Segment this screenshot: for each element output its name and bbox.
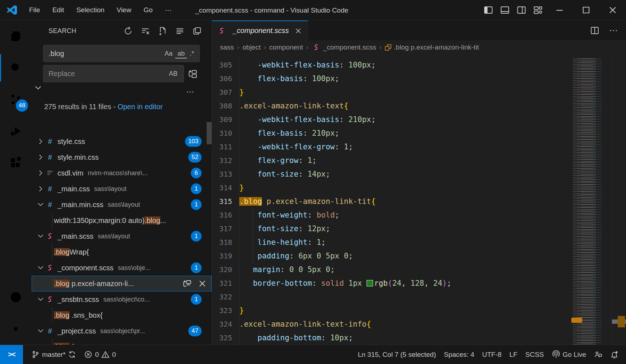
editor-more-actions-icon[interactable] <box>609 26 618 35</box>
preserve-case-icon[interactable]: AB <box>166 69 180 79</box>
expand-all-icon[interactable] <box>175 27 184 36</box>
search-result-file-row[interactable]: _snsbtn.scsssass\object\co...1 <box>32 291 212 307</box>
search-result-file-row[interactable]: csdl.vimnvim-macos\share\...6 <box>32 165 212 181</box>
code-line: 313 font-size: 14px; <box>212 167 612 181</box>
status-eol[interactable]: LF <box>506 351 521 359</box>
account-icon[interactable] <box>0 281 32 313</box>
remote-indicator[interactable]: >< <box>0 345 23 364</box>
warnings-icon <box>101 350 110 359</box>
customize-layout-icon[interactable] <box>530 0 546 20</box>
chevron-down-icon[interactable] <box>36 327 45 335</box>
color-swatch[interactable] <box>367 280 373 286</box>
source-control-icon[interactable]: 48 <box>0 84 32 115</box>
search-result-file-row[interactable]: _main.scsssass\layout1 <box>32 228 212 244</box>
whole-word-icon[interactable]: ab <box>175 49 187 59</box>
line-number: 310 <box>212 129 232 137</box>
explorer-icon[interactable] <box>0 20 32 52</box>
breadcrumb-item[interactable]: component <box>269 43 303 51</box>
tree-indent-guide <box>52 276 52 291</box>
code-area[interactable]: 305 -webkit-flex-basis: 100px;306 flex-b… <box>212 58 612 345</box>
refresh-icon[interactable] <box>124 27 133 36</box>
chevron-down-icon[interactable] <box>36 201 45 209</box>
breadcrumbs: sass›object›component›_component.scss›.b… <box>212 40 626 55</box>
sync-icon[interactable] <box>68 350 76 359</box>
settings-gear-icon[interactable] <box>0 313 32 345</box>
chevron-down-icon[interactable] <box>36 232 45 240</box>
chevron-right-icon[interactable] <box>36 185 45 193</box>
editor-group: _component.scss sass›object›component›_c… <box>212 20 626 345</box>
minimize-button[interactable] <box>546 0 573 20</box>
status-indentation[interactable]: Spaces: 4 <box>440 351 478 359</box>
menu-go[interactable]: Go <box>137 4 158 16</box>
results-more-actions-icon[interactable]: ⋯ <box>183 87 198 97</box>
maximize-button[interactable] <box>573 0 599 20</box>
replace-icon[interactable] <box>183 279 192 288</box>
split-editor-icon[interactable] <box>590 26 599 35</box>
breadcrumb-item[interactable]: .blog p.excel-amazon-link-tit <box>385 43 479 51</box>
status-language-mode[interactable]: SCSS <box>521 351 548 359</box>
menu-edit[interactable]: Edit <box>46 4 70 16</box>
toggle-panel-icon[interactable] <box>497 0 513 20</box>
css-file-icon: # <box>45 185 55 193</box>
regex-icon[interactable]: .* <box>187 49 197 59</box>
breadcrumb-item[interactable]: sass <box>220 43 234 51</box>
chevron-right-icon[interactable] <box>36 153 45 161</box>
search-result-file-row[interactable]: #_project.csssass\object\pr...47 <box>32 323 212 339</box>
toggle-secondary-sidebar-icon[interactable] <box>513 0 530 20</box>
menu-selection[interactable]: Selection <box>70 4 110 16</box>
status-feedback[interactable] <box>590 350 606 359</box>
minimap[interactable] <box>571 59 612 345</box>
replace-input[interactable]: Replace AB <box>43 65 184 82</box>
replace-all-icon[interactable] <box>186 68 199 80</box>
line-content: } <box>239 183 244 192</box>
status-notifications[interactable] <box>606 350 622 359</box>
search-result-file-row[interactable]: #style.css103 <box>32 134 212 149</box>
sidebar-scrollbar[interactable] <box>207 122 212 144</box>
chevron-down-icon[interactable] <box>36 264 45 272</box>
search-result-file-row[interactable]: #style.min.css52 <box>32 149 212 165</box>
status-encoding[interactable]: UTF-8 <box>478 351 506 359</box>
toggle-replace-chevron-icon[interactable] <box>34 84 42 92</box>
search-result-file-row[interactable]: #_main.csssass\layout1 <box>32 181 212 197</box>
status-bar: >< master* 0 0 Ln 315, Col 7 (5 selected… <box>0 345 626 364</box>
breadcrumb-item[interactable]: _component.scss <box>312 43 376 51</box>
menu-file[interactable]: File <box>23 4 46 16</box>
search-result-file-row[interactable]: _component.scsssass\obje...1 <box>32 260 212 276</box>
search-result-file-row[interactable]: #_main.min.csssass\layout1 <box>32 197 212 213</box>
run-debug-icon[interactable] <box>0 115 32 147</box>
chevron-right-icon[interactable] <box>36 137 45 145</box>
menu-view[interactable]: View <box>111 4 138 16</box>
bell-dot-icon <box>610 350 618 359</box>
menu-more[interactable]: ⋯ <box>159 4 178 17</box>
close-window-button[interactable] <box>599 0 626 20</box>
tab-close-icon[interactable] <box>295 27 302 34</box>
code-line: 325 padding-bottom: 10px; <box>212 331 612 345</box>
tab-component-scss[interactable]: _component.scss <box>212 20 308 40</box>
match-case-icon[interactable]: Aa <box>162 49 175 59</box>
new-search-editor-icon[interactable] <box>158 27 167 36</box>
search-result-match-row[interactable]: .blog .sns_box{ <box>32 307 212 323</box>
search-result-match-row[interactable]: width:1350px;margin:0 auto}.blog... <box>32 213 212 228</box>
chevron-down-icon[interactable] <box>36 295 45 303</box>
extensions-icon[interactable] <box>0 147 32 178</box>
chevron-right-icon[interactable] <box>36 169 45 177</box>
status-go-live[interactable]: Go Live <box>548 350 590 359</box>
toggle-sidebar-icon[interactable] <box>480 0 497 20</box>
problems-item[interactable]: 0 0 <box>80 350 120 359</box>
search-result-match-row[interactable]: .blogWrap{ <box>32 244 212 260</box>
git-branch-item[interactable]: master* <box>27 350 80 359</box>
search-input[interactable]: .blog Aa ab .* <box>43 45 200 62</box>
status-cursor-position[interactable]: Ln 315, Col 7 (5 selected) <box>354 351 440 359</box>
search-icon[interactable] <box>0 52 32 84</box>
file-path: sass\object\pr... <box>100 327 145 335</box>
dismiss-icon[interactable] <box>198 279 207 288</box>
minimap-match-highlight <box>571 318 582 323</box>
open-in-editor-link[interactable]: Open in editor <box>118 103 163 111</box>
tree-indent-guide <box>52 339 52 345</box>
editor-scrollbar[interactable] <box>612 58 626 345</box>
clear-search-results-icon[interactable] <box>141 27 150 36</box>
breadcrumb-item[interactable]: object <box>243 43 261 51</box>
search-result-match-row[interactable]: .blog p.excel-amazon-li... <box>32 276 212 291</box>
open-new-search-editor-icon[interactable] <box>193 27 202 36</box>
search-result-match-row[interactable]: .blog { <box>32 339 212 345</box>
